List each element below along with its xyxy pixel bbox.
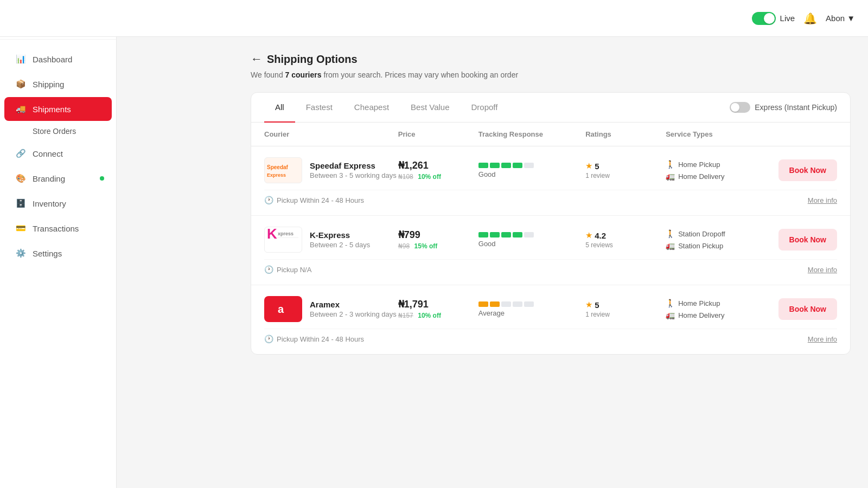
aramex-more-info[interactable]: More info xyxy=(808,335,837,343)
tab-all[interactable]: All xyxy=(264,93,295,123)
bar-5 xyxy=(524,163,534,168)
svg-text:K: K xyxy=(267,227,277,242)
bar-2 xyxy=(490,232,500,237)
tab-dropoff[interactable]: Dropoff xyxy=(461,93,509,123)
sidebar-item-shipments[interactable]: 🚚 Shipments xyxy=(4,97,112,121)
speedaf-price: ₦1,261 xyxy=(398,159,478,171)
sidebar-item-label: Shipments xyxy=(33,105,71,114)
bar-3 xyxy=(501,163,511,168)
bar-5 xyxy=(524,301,534,307)
col-tracking: Tracking Response xyxy=(478,130,585,138)
sidebar-item-transactions[interactable]: 💳 Transactions xyxy=(4,216,112,240)
tab-cheapest[interactable]: Cheapest xyxy=(343,93,400,123)
sidebar-item-inventory[interactable]: 🗄️ Inventory xyxy=(4,191,112,215)
service-station-pickup: 🚛 Station Pickup xyxy=(666,241,773,250)
tab-best-value[interactable]: Best Value xyxy=(400,93,460,123)
back-button[interactable]: ← Shipping Options xyxy=(251,52,851,66)
settings-icon: ⚙️ xyxy=(15,248,26,259)
person-icon: 🚶 xyxy=(666,160,675,169)
aramex-days: Between 2 - 3 working days xyxy=(310,310,397,318)
aramex-pickup-label: Pickup Within 24 - 48 Hours xyxy=(277,335,364,343)
aramex-rating-num: 5 xyxy=(595,300,599,310)
person-icon: 🚶 xyxy=(666,229,675,238)
courier-card-k-express: K xpress K-Express Between 2 - 5 days ₦7… xyxy=(251,216,850,285)
speedaf-tracking-label: Good xyxy=(478,170,585,178)
live-switch[interactable] xyxy=(752,12,776,25)
col-courier: Courier xyxy=(264,130,398,138)
sidebar-item-branding[interactable]: 🎨 Branding xyxy=(4,166,112,190)
svg-text:Express: Express xyxy=(267,172,286,178)
store-orders-label: Store Orders xyxy=(33,127,76,136)
user-menu[interactable]: Abon ▼ xyxy=(826,14,855,23)
speedaf-days: Between 3 - 5 working days xyxy=(310,171,397,179)
notification-bell-icon[interactable]: 🔔 xyxy=(803,12,817,25)
express-label: Express (Instant Pickup) xyxy=(755,103,837,112)
sidebar-item-label: Settings xyxy=(33,249,62,258)
transactions-icon: 💳 xyxy=(15,223,26,234)
courier-card-speedaf: Speedaf Express Speedaf Express Between … xyxy=(251,146,850,216)
aramex-pickup-info: 🕐 Pickup Within 24 - 48 Hours More info xyxy=(264,329,837,343)
main-content: ← Shipping Options We found 7 couriers f… xyxy=(233,37,868,488)
sidebar-item-dashboard[interactable]: 📊 Dashboard xyxy=(4,47,112,71)
star-icon: ★ xyxy=(585,300,592,310)
aramex-discount: 10% off xyxy=(418,312,441,319)
speedaf-old-price: ₦108 xyxy=(398,173,413,181)
aramex-logo: a xyxy=(264,296,302,322)
service-home-delivery: 🚛 Home Delivery xyxy=(666,311,773,319)
speedaf-book-button[interactable]: Book Now xyxy=(778,159,837,181)
sidebar-item-shipping[interactable]: 📦 Shipping xyxy=(4,72,112,96)
truck-icon: 🚛 xyxy=(666,311,675,319)
k-express-more-info[interactable]: More info xyxy=(808,266,837,274)
sidebar-item-label: Connect xyxy=(33,149,63,158)
sidebar-item-settings[interactable]: ⚙️ Settings xyxy=(4,241,112,265)
speedaf-action: Book Now xyxy=(773,159,837,181)
dashboard-icon: 📊 xyxy=(15,54,26,65)
clock-icon: 🕐 xyxy=(264,335,273,343)
sidebar-item-store-orders[interactable]: Store Orders xyxy=(4,122,112,140)
star-icon: ★ xyxy=(585,230,592,240)
k-express-logo: K xpress xyxy=(264,227,302,253)
col-action xyxy=(773,130,837,138)
speedaf-tracking: Good xyxy=(478,163,585,178)
k-express-days: Between 2 - 5 days xyxy=(310,241,370,249)
bar-2 xyxy=(490,163,500,168)
service-home-pickup: 🚶 Home Pickup xyxy=(666,160,773,169)
shipments-icon: 🚚 xyxy=(15,104,26,114)
live-label: Live xyxy=(780,14,795,23)
sidebar-item-label: Branding xyxy=(33,174,65,183)
sidebar-item-label: Dashboard xyxy=(33,55,72,64)
aramex-book-button[interactable]: Book Now xyxy=(778,298,837,320)
aramex-tracking: Average xyxy=(478,301,585,317)
page-title: Shipping Options xyxy=(267,53,358,66)
speedaf-price-col: ₦1,261 ₦108 10% off xyxy=(398,159,478,181)
express-switch[interactable] xyxy=(730,102,750,113)
tab-fastest[interactable]: Fastest xyxy=(295,93,343,123)
speedaf-reviews: 1 review xyxy=(585,172,666,179)
inventory-icon: 🗄️ xyxy=(15,198,26,209)
speedaf-tracking-bars xyxy=(478,163,585,168)
page-header: ← Shipping Options We found 7 couriers f… xyxy=(251,52,851,79)
page-subtitle: We found 7 couriers from your search. Pr… xyxy=(251,70,851,79)
aramex-ratings: ★ 5 1 review xyxy=(585,300,666,318)
chevron-down-icon: ▼ xyxy=(847,14,855,23)
k-express-book-button[interactable]: Book Now xyxy=(778,229,837,251)
k-express-price-col: ₦799 ₦98 15% off xyxy=(398,229,478,251)
connect-icon: 🔗 xyxy=(15,148,26,159)
speedaf-rating-num: 5 xyxy=(595,162,599,171)
speedaf-more-info[interactable]: More info xyxy=(808,196,837,204)
k-express-tracking-label: Good xyxy=(478,240,585,248)
k-express-rating-num: 4.2 xyxy=(595,231,606,240)
table-header: Courier Price Tracking Response Ratings … xyxy=(251,123,850,146)
courier-card-aramex: a Aramex Between 2 - 3 working days ₦1,7… xyxy=(251,285,850,354)
bar-1 xyxy=(478,232,488,237)
bar-3 xyxy=(501,301,511,307)
k-express-services: 🚶 Station Dropoff 🚛 Station Pickup xyxy=(666,229,773,250)
k-express-tracking: Good xyxy=(478,232,585,248)
bar-4 xyxy=(513,163,522,168)
k-express-pickup-info: 🕐 Pickup N/A More info xyxy=(264,259,837,274)
sidebar-item-connect[interactable]: 🔗 Connect xyxy=(4,142,112,165)
k-express-price: ₦799 xyxy=(398,229,478,241)
aramex-tracking-label: Average xyxy=(478,309,585,317)
shipping-options-card: All Fastest Cheapest Best Value Dropoff … xyxy=(251,92,851,355)
service-station-dropoff: 🚶 Station Dropoff xyxy=(666,229,773,238)
